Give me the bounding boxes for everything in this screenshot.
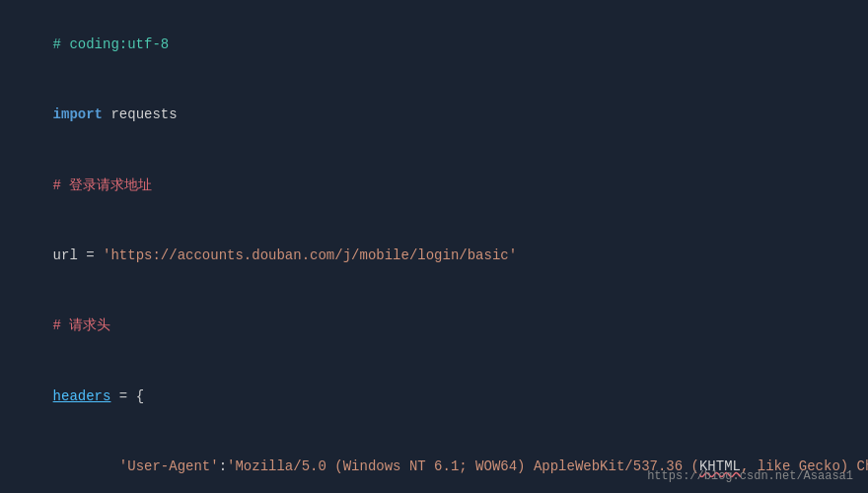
- line-headers-open: headers = {: [20, 362, 848, 432]
- line-user-agent: 'User-Agent':'Mozilla/5.0 (Windows NT 6.…: [20, 432, 848, 493]
- ua-colon: :: [219, 458, 227, 474]
- line-comment-login-url: # 登录请求地址: [20, 151, 848, 221]
- comment-headers: # 请求头: [53, 317, 111, 333]
- import-rest: requests: [103, 106, 178, 122]
- coding-comment: # coding:utf-8: [53, 36, 170, 52]
- comment-login-url: # 登录请求地址: [53, 177, 153, 193]
- ua-indent: [53, 458, 119, 474]
- ua-value: 'Mozilla/5.0 (Windows NT 6.1; WOW64) App…: [227, 458, 699, 474]
- import-keyword: import: [53, 106, 103, 122]
- line-import: import requests: [20, 80, 848, 150]
- url-var: url =: [53, 247, 103, 263]
- footer-link: https://blog.csdn.net/Asaasa1: [647, 469, 853, 483]
- headers-assign: = {: [110, 388, 144, 404]
- line-coding: # coding:utf-8: [20, 10, 848, 80]
- code-editor: # coding:utf-8 import requests # 登录请求地址 …: [0, 0, 868, 493]
- url-value: 'https://accounts.douban.com/j/mobile/lo…: [103, 247, 517, 263]
- ua-key: 'User-Agent': [119, 458, 219, 474]
- headers-var: headers: [53, 388, 111, 404]
- line-comment-headers: # 请求头: [20, 292, 848, 362]
- line-url: url = 'https://accounts.douban.com/j/mob…: [20, 221, 848, 291]
